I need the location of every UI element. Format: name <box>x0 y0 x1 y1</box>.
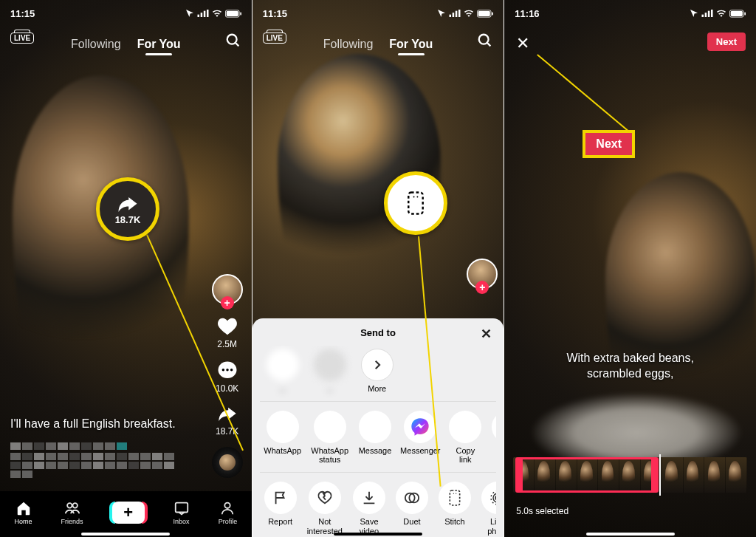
tab-following[interactable]: Following <box>71 38 121 51</box>
like-count: 2.5M <box>217 339 237 349</box>
timeline-frame[interactable] <box>577 457 599 493</box>
caption-area: I'll have a full English breakfast. <box>10 416 200 478</box>
action-live-photo[interactable]: Live photo <box>481 482 496 536</box>
timeline-frame[interactable] <box>684 457 705 493</box>
callout-stitch-highlight <box>384 171 447 235</box>
follow-plus-icon[interactable]: + <box>221 296 234 309</box>
nav-home[interactable]: Home <box>15 500 32 525</box>
share-whatsapp-status[interactable]: WhatsApp status <box>312 411 348 465</box>
sound-disc[interactable] <box>212 447 243 478</box>
sms-icon <box>492 411 496 443</box>
feed-tabs: Following For You <box>252 30 504 59</box>
svg-rect-19 <box>456 11 458 17</box>
timeline-frame[interactable] <box>619 457 641 493</box>
chevron-right-icon <box>361 349 394 381</box>
comment-button[interactable]: 10.0K <box>216 360 238 394</box>
action-report[interactable]: Report <box>264 482 297 536</box>
close-button[interactable]: ✕ <box>516 34 529 53</box>
live-photo-icon <box>481 482 496 514</box>
svg-point-28 <box>416 196 418 198</box>
location-icon <box>185 9 194 18</box>
status-bar: 11:15 <box>252 0 504 27</box>
avatar[interactable]: + <box>212 274 243 305</box>
message-icon <box>359 411 391 443</box>
svg-point-16 <box>225 503 230 508</box>
whatsapp-icon <box>267 411 299 443</box>
feed-tabs: Following For You <box>0 30 252 59</box>
creator-avatar[interactable]: + <box>467 259 498 290</box>
close-icon[interactable]: ✕ <box>481 326 492 342</box>
label: Live photo <box>481 517 496 536</box>
disc-icon <box>212 447 243 478</box>
svg-rect-15 <box>175 503 188 513</box>
person-silhouette <box>13 75 188 425</box>
status-icons <box>185 9 241 18</box>
battery-icon <box>729 10 746 18</box>
like-button[interactable]: 2.5M <box>216 315 239 349</box>
timeline-frame[interactable] <box>726 457 747 493</box>
timeline-frame[interactable] <box>598 457 619 493</box>
svg-rect-3 <box>207 10 209 17</box>
sheet-header: Send to ✕ <box>260 327 497 338</box>
whatsapp-status-icon <box>314 411 346 443</box>
playhead[interactable] <box>659 454 661 496</box>
share-copy-link[interactable]: Copy link <box>449 411 481 465</box>
share-apps-row: WhatsApp WhatsApp status Message Messeng… <box>260 401 497 472</box>
share-sms[interactable]: SMS <box>492 411 496 465</box>
battery-icon <box>225 10 241 18</box>
send-to-row: ... ... More <box>260 346 497 401</box>
timeline[interactable] <box>513 457 747 493</box>
timeline-frame[interactable] <box>556 457 577 493</box>
tab-for-you[interactable]: For You <box>137 38 181 51</box>
svg-rect-41 <box>708 11 710 17</box>
location-icon <box>690 9 698 18</box>
timeline-frame[interactable] <box>535 457 556 493</box>
search-button[interactable] <box>225 33 241 49</box>
creator-avatar[interactable]: + <box>212 274 243 305</box>
follow-plus-icon[interactable]: + <box>475 281 489 294</box>
svg-rect-40 <box>705 13 707 17</box>
contact-blurred[interactable]: ... <box>264 349 301 394</box>
nav-create[interactable]: + <box>112 502 145 524</box>
action-save-video[interactable]: Save video <box>353 482 385 536</box>
label: Messenger <box>400 446 440 456</box>
signal-icon <box>197 10 209 17</box>
screen-3-stitch-editor: 11:16 ✕ Next Next With extra baked beans… <box>504 0 756 537</box>
share-message[interactable]: Message <box>359 411 392 465</box>
status-time: 11:15 <box>263 8 287 19</box>
nav-inbox[interactable]: Inbox <box>173 500 190 525</box>
timeline-frame[interactable] <box>513 457 535 493</box>
more-contacts[interactable]: More <box>359 349 396 394</box>
svg-rect-0 <box>197 15 199 17</box>
more-label: More <box>368 384 386 394</box>
status-time: 11:16 <box>515 8 539 19</box>
signal-icon <box>701 10 713 17</box>
screen-1-feed: 11:15 LIVE Following For You + <box>0 0 252 537</box>
timeline-frame[interactable] <box>704 457 726 493</box>
home-indicator <box>81 533 170 536</box>
next-button[interactable]: Next <box>707 33 746 51</box>
tab-for-you[interactable]: For You <box>389 38 433 51</box>
redacted-caption <box>10 453 180 478</box>
label: WhatsApp status <box>311 446 348 465</box>
svg-line-25 <box>487 43 491 47</box>
wifi-icon <box>716 10 726 17</box>
nav-friends-label: Friends <box>61 518 83 525</box>
share-whatsapp[interactable]: WhatsApp <box>264 411 301 465</box>
search-button[interactable] <box>477 33 493 49</box>
contact-blurred[interactable]: ... <box>312 349 348 394</box>
tab-following[interactable]: Following <box>323 38 374 51</box>
nav-profile[interactable]: Profile <box>219 500 238 525</box>
timeline-frame[interactable] <box>662 457 684 493</box>
action-not-interested[interactable]: Not interested <box>307 482 343 536</box>
nav-friends[interactable]: Friends <box>61 500 83 525</box>
label: Stitch <box>444 517 465 527</box>
status-time: 11:15 <box>10 8 35 19</box>
svg-point-24 <box>479 35 489 44</box>
screen-2-share-sheet: 11:15 LIVE Following For You + Send to ✕… <box>252 0 504 537</box>
callout-next-highlight: Next <box>583 130 635 158</box>
svg-rect-20 <box>458 10 461 17</box>
battery-icon <box>477 10 493 18</box>
action-duet[interactable]: Duet <box>396 482 428 536</box>
action-stitch[interactable]: Stitch <box>439 482 471 536</box>
